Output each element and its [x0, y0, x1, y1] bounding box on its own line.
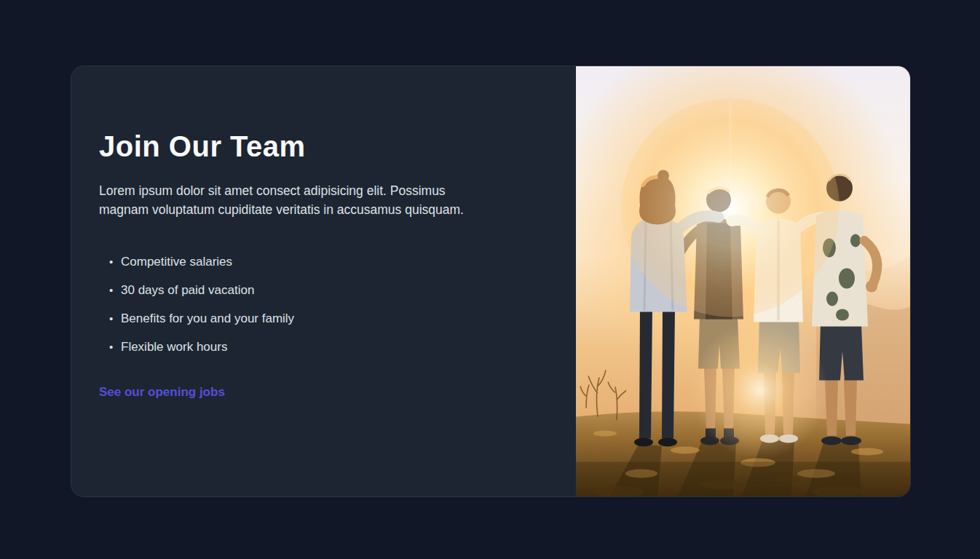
bullet-icon: • [109, 254, 121, 269]
benefit-item: • Benefits for you and your family [109, 311, 532, 326]
bullet-icon: • [109, 339, 121, 354]
page-background: { "theme": { "page_bg": "#111726", "card… [0, 0, 980, 559]
opening-jobs-link[interactable]: See our opening jobs [99, 385, 225, 400]
benefit-item: • 30 days of paid vacation [109, 282, 532, 298]
team-photo-illustration [576, 66, 911, 496]
team-photo [576, 66, 911, 496]
bullet-icon: • [109, 311, 121, 326]
benefit-item: • Competitive salaries [109, 254, 532, 269]
benefit-item: • Flexible work hours [109, 339, 532, 354]
card-content: Join Our Team Lorem ipsum dolor sit amet… [71, 66, 576, 496]
benefit-label: Flexible work hours [121, 339, 227, 354]
benefits-list: • Competitive salaries • 30 days of paid… [99, 254, 532, 354]
join-team-card: Join Our Team Lorem ipsum dolor sit amet… [71, 66, 911, 497]
benefit-label: 30 days of paid vacation [121, 282, 254, 298]
benefit-label: Competitive salaries [121, 254, 232, 269]
bullet-icon: • [109, 282, 121, 298]
card-description: Lorem ipsum dolor sit amet consect adipi… [99, 181, 492, 219]
benefit-label: Benefits for you and your family [121, 311, 294, 326]
page-title: Join Our Team [99, 129, 532, 164]
